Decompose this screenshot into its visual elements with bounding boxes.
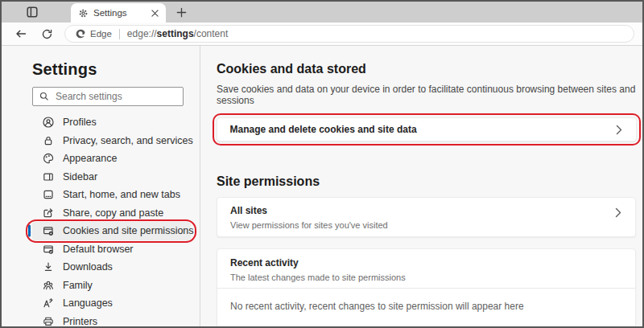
sidebar-item-label: Privacy, search, and services [63, 135, 193, 146]
languages-icon [42, 297, 55, 310]
sidebar-item-appearance[interactable]: Appearance [32, 150, 191, 168]
sidebar-item-label: Downloads [63, 261, 113, 273]
red-annotation-ring: Manage and delete cookies and site data [213, 113, 641, 146]
edge-badge-label: Edge [90, 29, 112, 39]
sidebar-nav: Profiles Privacy, search, and services [32, 113, 191, 328]
tab-close-icon[interactable] [148, 6, 161, 19]
sidebar-item-label: Languages [63, 297, 113, 309]
chevron-right-icon [615, 207, 622, 218]
sidebar-item-default-browser[interactable]: Default browser [32, 240, 191, 259]
sidebar-item-sidebar[interactable]: Sidebar [32, 168, 191, 187]
browser-window: Settings [0, 0, 644, 328]
settings-sidebar: Settings [2, 46, 200, 326]
palette-icon [42, 152, 55, 165]
printer-icon [42, 315, 55, 328]
lock-icon [42, 134, 55, 147]
address-toolbar: Edge edge://settings/content [2, 23, 642, 46]
all-sites-label: All sites [230, 205, 622, 216]
sidebar-item-family[interactable]: Family [32, 277, 191, 295]
share-icon [42, 207, 55, 219]
back-button[interactable] [11, 24, 31, 43]
address-bar[interactable]: Edge edge://settings/content [64, 25, 634, 43]
sidebar-item-share-copy-paste[interactable]: Share, copy and paste [32, 204, 191, 223]
url-text: edge://settings/content [127, 28, 228, 39]
recent-activity-empty-text: No recent activity, recent changes to si… [230, 301, 524, 312]
search-input[interactable] [56, 91, 168, 102]
recent-activity-header: Recent activity The latest changes made … [217, 249, 635, 288]
recent-activity-empty-state: No recent activity, recent changes to si… [217, 289, 635, 327]
all-sites-subtitle: View permissions for sites you've visite… [230, 220, 622, 230]
search-box[interactable] [32, 87, 184, 106]
sidebar-item-privacy[interactable]: Privacy, search, and services [32, 132, 191, 150]
plus-icon [175, 6, 188, 18]
sidebar-item-label: Printers [63, 316, 97, 327]
refresh-icon [41, 28, 53, 40]
address-divider [119, 29, 120, 39]
sidebar-item-start-home-tabs[interactable]: Start, home, and new tabs [32, 186, 191, 204]
sidebar-item-languages[interactable]: Languages [32, 294, 191, 313]
tab-title: Settings [93, 8, 148, 18]
sidebar-item-label: Sidebar [63, 171, 97, 182]
chevron-right-icon [616, 124, 623, 135]
recent-activity-subtitle: The latest changes made to site permissi… [230, 273, 622, 282]
start-home-tabs-icon [42, 188, 55, 201]
manage-cookies-label: Manage and delete cookies and site data [230, 124, 616, 135]
url-prefix: edge:// [127, 28, 157, 39]
sidebar-item-label: Family [63, 280, 93, 291]
manage-cookies-row[interactable]: Manage and delete cookies and site data [217, 117, 637, 141]
refresh-button[interactable] [37, 24, 56, 43]
family-icon [42, 279, 55, 292]
cookies-permissions-icon [42, 224, 55, 237]
sidebar-item-label: Start, home, and new tabs [63, 189, 180, 200]
edge-badge: Edge [75, 28, 112, 39]
sidebar-item-label: Share, copy and paste [63, 207, 163, 219]
sidebar-item-cookies-site-permissions[interactable]: Cookies and site permissions [32, 222, 191, 240]
sidebar-item-label: Default browser [63, 244, 134, 255]
url-host: settings [157, 28, 194, 39]
settings-content: Settings [2, 46, 642, 326]
settings-main-panel: Cookies and data stored Save cookies and… [200, 46, 642, 326]
new-tab-button[interactable] [173, 4, 189, 20]
tab-settings[interactable]: Settings [71, 3, 166, 23]
section-title-site-permissions: Site permissions [217, 174, 636, 189]
cookies-section-description: Save cookies and data on your device in … [217, 84, 636, 106]
edge-logo-icon [75, 28, 86, 39]
back-arrow-icon [14, 27, 27, 40]
default-browser-icon [42, 243, 55, 256]
page-title: Settings [32, 60, 191, 79]
sidebar-item-label: Profiles [63, 117, 97, 128]
download-icon [42, 260, 55, 273]
section-title-cookies: Cookies and data stored [217, 62, 636, 76]
search-icon [39, 91, 50, 102]
sidebar-item-printers[interactable]: Printers [32, 313, 191, 328]
tab-actions-button[interactable] [24, 4, 40, 20]
gear-icon [78, 8, 89, 18]
sidebar-item-downloads[interactable]: Downloads [32, 258, 191, 277]
recent-activity-card: Recent activity The latest changes made … [217, 248, 636, 328]
sidebar-item-label: Appearance [63, 153, 117, 164]
tab-bar: Settings [2, 2, 642, 23]
sidebar-item-profiles[interactable]: Profiles [32, 113, 191, 132]
url-path: /content [194, 28, 229, 39]
profiles-icon [42, 116, 55, 129]
sidebar-item-label: Cookies and site permissions [63, 225, 194, 236]
all-sites-row[interactable]: All sites View permissions for sites you… [217, 197, 636, 237]
tab-actions-icon [26, 6, 39, 18]
recent-activity-label: Recent activity [230, 257, 622, 269]
sidebar-layout-icon [42, 170, 55, 183]
